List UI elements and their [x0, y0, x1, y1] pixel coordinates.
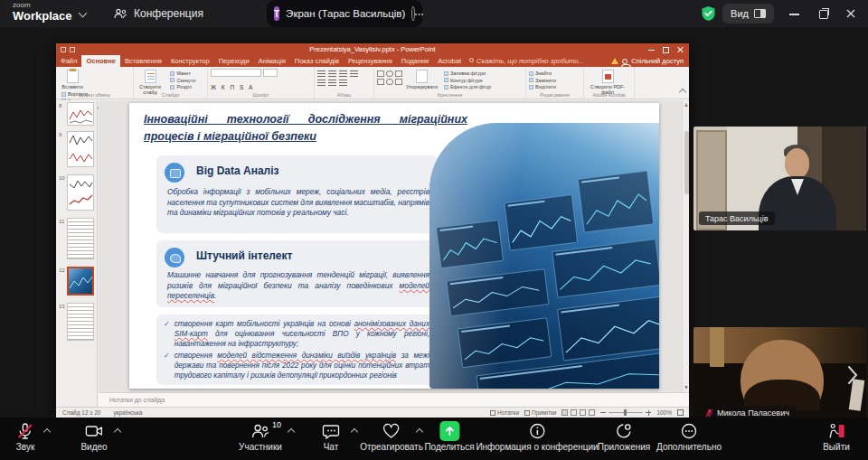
oval-shape-icon[interactable] [386, 79, 393, 85]
ppt-tab-slideshow[interactable]: Показ слайдів [290, 55, 344, 67]
canvas-scrollbar[interactable] [682, 100, 689, 392]
acrobat-group-label: Adobe Acrobat [584, 92, 634, 98]
scrollbar-thumb[interactable] [684, 131, 689, 194]
ppt-restore-button[interactable] [663, 46, 669, 52]
ppt-quick-access-toolbar[interactable] [61, 47, 75, 52]
language-indicator[interactable]: українська [113, 409, 142, 416]
section-button[interactable]: Розділ [170, 84, 195, 89]
react-options-chevron[interactable] [416, 427, 423, 435]
shapes-gallery[interactable] [377, 70, 402, 85]
scroll-down-icon[interactable] [684, 386, 688, 390]
justify-icon[interactable] [350, 70, 358, 78]
apps-button[interactable]: Приложения [598, 422, 651, 452]
font-size-combobox[interactable] [263, 69, 278, 77]
ppt-notes-pane[interactable]: Нотатки до слайда [99, 392, 689, 407]
window-minimize-button[interactable] [788, 7, 801, 20]
align-right-icon[interactable] [339, 70, 347, 78]
shape-outline-button[interactable]: Контур фігури [444, 78, 491, 83]
zoom-out-icon[interactable] [600, 412, 606, 413]
video-button[interactable]: Видео [80, 422, 107, 452]
reset-button[interactable]: Скинути [170, 78, 195, 83]
thumb-number: 13 [59, 304, 65, 309]
warning-icon[interactable] [611, 58, 618, 64]
window-close-button[interactable] [844, 7, 857, 20]
tab-shared-screen[interactable]: Т Экран (Тарас Васильців) [267, 0, 422, 27]
ppt-tab-review[interactable]: Рецензування [344, 55, 397, 67]
align-center-icon[interactable] [328, 70, 336, 78]
layout-button[interactable]: Макет [170, 70, 195, 76]
save-icon[interactable] [61, 47, 66, 52]
ppt-tab-design[interactable]: Конструктор [166, 55, 214, 67]
bullets-icon[interactable] [317, 80, 326, 87]
scroll-up-icon[interactable] [684, 103, 688, 107]
ppt-tab-home[interactable]: Основне [81, 55, 119, 67]
more-button[interactable]: Дополнительно [656, 422, 722, 452]
chat-button[interactable]: Чат [322, 422, 340, 452]
ppt-tab-transitions[interactable]: Переходи [214, 55, 254, 67]
ppt-tab-insert[interactable]: Вставлення [120, 55, 166, 67]
ppt-tab-animations[interactable]: Анімація [254, 55, 290, 67]
normal-view-icon[interactable] [561, 409, 568, 416]
participants-options-chevron[interactable] [288, 427, 295, 435]
view-mode-buttons[interactable] [561, 409, 595, 416]
notes-toggle-button[interactable]: Нотатки [490, 409, 519, 416]
textbox-shape-icon[interactable] [395, 79, 402, 85]
find-button[interactable]: Знайти [529, 70, 556, 76]
zoom-in-icon[interactable] [646, 410, 651, 416]
chat-options-chevron[interactable] [351, 427, 358, 435]
ppt-minimize-button[interactable] [648, 46, 655, 52]
participants-button[interactable]: 10 Участники [239, 422, 282, 452]
ppt-tab-view[interactable]: Подання [397, 55, 433, 67]
collapse-ribbon-icon[interactable] [679, 89, 686, 96]
ppt-tell-me-box[interactable]: Скажіть, що потрібно зробити... [466, 55, 588, 67]
leave-button[interactable]: Выйти [823, 422, 850, 452]
reading-view-icon[interactable] [580, 409, 586, 416]
audio-options-chevron[interactable] [43, 427, 51, 435]
ppt-share-button[interactable]: Спільний доступ [631, 57, 684, 65]
arrow-shape-icon[interactable] [395, 70, 402, 77]
replace-button[interactable]: Замінити [529, 78, 556, 83]
ellipse-shape-icon[interactable] [386, 70, 393, 77]
select-button[interactable]: Виділити [529, 84, 556, 89]
ppt-tab-acrobat[interactable]: Acrobat [433, 55, 466, 67]
zoom-thumb[interactable] [624, 409, 627, 416]
view-button[interactable]: Вид [722, 4, 774, 23]
fit-slide-icon[interactable] [677, 409, 684, 416]
align-left-icon[interactable] [317, 70, 326, 78]
slide-12[interactable]: Інноваційні технології дослідження мігра… [129, 103, 659, 389]
ppt-close-button[interactable] [677, 46, 684, 52]
screen-tab-options-icon[interactable] [411, 6, 415, 21]
arrange-button[interactable]: Упорядкувати [406, 69, 437, 89]
zoom-percentage[interactable]: 100% [656, 409, 672, 416]
react-button[interactable]: Отреагировать [360, 422, 423, 452]
meeting-info-button[interactable]: Информация о конференции [476, 422, 598, 452]
shape-effects-button[interactable]: Ефекти для фігур [444, 84, 491, 89]
participant-video-mykola[interactable]: Микола Паласевич [693, 327, 866, 425]
line-shape-icon[interactable] [377, 79, 384, 85]
window-restore-button[interactable] [817, 7, 830, 20]
audio-button[interactable]: Звук [16, 422, 35, 452]
zoom-track[interactable] [609, 412, 643, 413]
slideshow-view-icon[interactable] [589, 409, 595, 416]
ppt-slide-thumbnail-panel[interactable]: 8 9 10 11 12 [56, 100, 98, 407]
font-style-buttons[interactable]: Ж К П S А [211, 84, 254, 90]
participant-video-taras[interactable]: Тарас Васильців [693, 127, 866, 230]
rectangle-shape-icon[interactable] [377, 70, 384, 77]
expand-panel-chevron-icon[interactable] [844, 363, 861, 387]
zoom-slider[interactable] [600, 410, 651, 416]
numbering-icon[interactable] [328, 80, 336, 87]
ppt-tab-file[interactable]: Файл [56, 55, 81, 67]
paste-button[interactable]: Вставити [59, 69, 86, 89]
shape-fill-button[interactable]: Заливка фігури [444, 70, 491, 76]
security-shield-icon[interactable] [701, 5, 716, 22]
share-screen-button[interactable]: Поделиться [424, 422, 474, 452]
slide-sorter-view-icon[interactable] [571, 409, 577, 416]
font-name-combobox[interactable] [211, 69, 261, 77]
tab-conference[interactable]: Конференция [107, 0, 211, 27]
comments-toggle-button[interactable]: Примітки [524, 409, 556, 416]
thumb-number: 11 [59, 219, 64, 224]
indent-icon[interactable] [339, 80, 347, 87]
undo-icon[interactable] [70, 47, 75, 52]
workplace-chevron-down-icon[interactable] [79, 9, 88, 18]
video-options-chevron[interactable] [114, 427, 121, 435]
